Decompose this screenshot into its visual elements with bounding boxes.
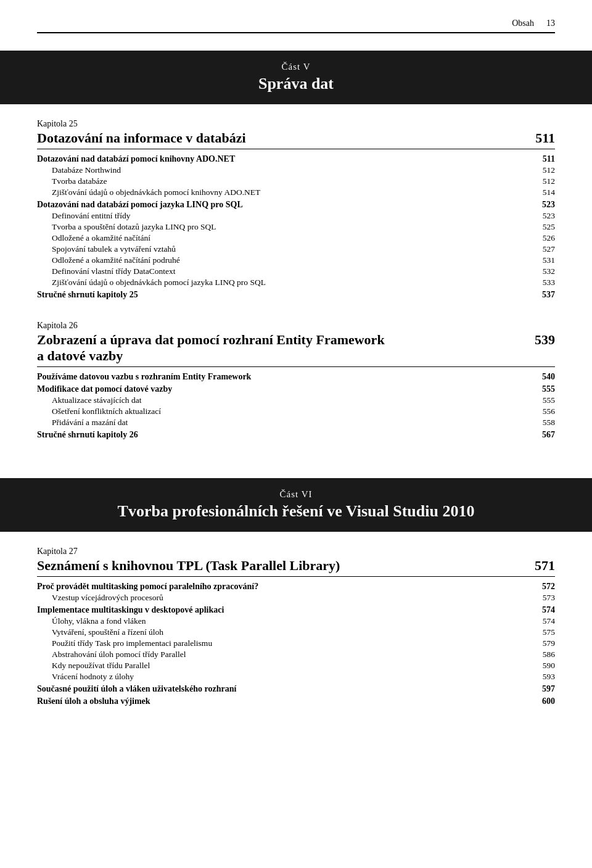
toc-entry-page: 586	[543, 650, 555, 659]
chapter25-title-row: Dotazování na informace v databázi 511	[37, 130, 555, 149]
toc-entry-text: Tvorba a spouštění dotazů jazyka LINQ pr…	[52, 222, 543, 232]
toc-entry-text: Zjišťování údajů o objednávkách pomocí k…	[52, 188, 543, 197]
chapter25-title: Dotazování na informace v databázi	[37, 130, 535, 146]
toc-entry-text: Úlohy, vlákna a fond vláken	[52, 616, 543, 626]
toc-entry-page: 527	[543, 244, 555, 254]
part5-header: Část V Správa dat	[0, 51, 592, 104]
toc-entry-text: Vzestup vícejádrových procesorů	[52, 593, 543, 603]
toc-entry-page: 531	[543, 255, 555, 265]
toc-entry-page: 590	[543, 661, 555, 671]
toc-entry-text: Proč provádět multitasking pomocí parale…	[37, 582, 542, 592]
part6-header: Část VI Tvorba profesionálních řešení ve…	[0, 478, 592, 532]
toc-entry-page: 555	[543, 395, 555, 405]
part6-title: Tvorba profesionálních řešení ve Visual …	[12, 502, 580, 521]
chapter27-label: Kapitola 27	[37, 547, 555, 556]
list-item: Přidávání a mazání dat558	[37, 418, 555, 428]
toc-entry-page: 514	[543, 188, 555, 197]
list-item: Zjišťování údajů o objednávkách pomocí j…	[37, 278, 555, 287]
list-item: Stručné shrnutí kapitoly 26567	[37, 430, 555, 440]
toc-entry-text: Abstrahování úloh pomocí třídy Parallel	[52, 650, 543, 659]
list-item: Odložené a okamžité načítání podruhé531	[37, 255, 555, 265]
list-item: Modifikace dat pomocí datové vazby555	[37, 384, 555, 394]
toc-entry-page: 567	[542, 430, 555, 440]
chapter25-toc: Dotazování nad databází pomocí knihovny …	[37, 154, 555, 300]
chapter27-title-row: Seznámení s knihovnou TPL (Task Parallel…	[37, 558, 555, 577]
toc-entry-text: Používáme datovou vazbu s rozhraním Enti…	[37, 372, 542, 382]
list-item: Současné použití úloh a vláken uživatels…	[37, 684, 555, 694]
part6-label: Část VI	[12, 489, 580, 500]
toc-entry-page: 537	[542, 290, 555, 300]
list-item: Použití třídy Task pro implementaci para…	[37, 639, 555, 648]
chapter26-label: Kapitola 26	[37, 321, 555, 331]
toc-entry-page: 526	[543, 233, 555, 243]
toc-entry-page: 575	[543, 627, 555, 637]
list-item: Dotazování nad databází pomocí knihovny …	[37, 154, 555, 164]
list-item: Odložené a okamžité načítání526	[37, 233, 555, 243]
list-item: Aktualizace stávajících dat555	[37, 395, 555, 405]
toc-entry-page: 558	[543, 418, 555, 428]
toc-entry-page: 579	[543, 639, 555, 648]
chapter26-toc: Používáme datovou vazbu s rozhraním Enti…	[37, 372, 555, 440]
list-item: Vytváření, spouštění a řízení úloh575	[37, 627, 555, 637]
list-item: Definování entitní třídy523	[37, 211, 555, 221]
toc-entry-text: Spojování tabulek a vytváření vztahů	[52, 244, 543, 254]
part5-title: Správa dat	[12, 75, 580, 93]
toc-entry-text: Stručné shrnutí kapitoly 25	[37, 290, 542, 300]
chapter26-title: Zobrazení a úprava dat pomocí rozhraní E…	[37, 332, 535, 364]
toc-entry-text: Definování vlastní třídy DataContext	[52, 267, 543, 276]
chapter26-page: 539	[535, 332, 555, 348]
list-item: Zjišťování údajů o objednávkách pomocí k…	[37, 188, 555, 197]
toc-entry-text: Odložené a okamžité načítání	[52, 233, 543, 243]
toc-entry-text: Kdy nepoužívat třídu Parallel	[52, 661, 543, 671]
list-item: Dotazování nad databází pomocí jazyka LI…	[37, 200, 555, 210]
list-item: Databáze Northwind512	[37, 165, 555, 175]
toc-entry-text: Dotazování nad databází pomocí jazyka LI…	[37, 200, 542, 210]
list-item: Kdy nepoužívat třídu Parallel590	[37, 661, 555, 671]
list-item: Vzestup vícejádrových procesorů573	[37, 593, 555, 603]
toc-entry-text: Přidávání a mazání dat	[52, 418, 543, 428]
toc-entry-text: Tvorba databáze	[52, 176, 543, 186]
header-title: Obsah	[512, 19, 534, 28]
toc-entry-page: 573	[543, 593, 555, 603]
list-item: Stručné shrnutí kapitoly 25537	[37, 290, 555, 300]
list-item: Implementace multitaskingu v desktopové …	[37, 605, 555, 615]
toc-entry-page: 540	[542, 372, 555, 382]
toc-entry-page: 600	[542, 696, 555, 706]
list-item: Rušení úloh a obsluha výjimek600	[37, 696, 555, 706]
toc-entry-text: Vytváření, spouštění a řízení úloh	[52, 627, 543, 637]
list-item: Tvorba databáze512	[37, 176, 555, 186]
toc-entry-text: Aktualizace stávajících dat	[52, 395, 543, 405]
toc-entry-page: 572	[542, 582, 555, 592]
list-item: Spojování tabulek a vytváření vztahů527	[37, 244, 555, 254]
toc-entry-page: 525	[543, 222, 555, 232]
toc-entry-text: Vrácení hodnoty z úlohy	[52, 672, 543, 682]
chapter26-title-row: Zobrazení a úprava dat pomocí rozhraní E…	[37, 332, 555, 367]
list-item: Proč provádět multitasking pomocí parale…	[37, 582, 555, 592]
toc-entry-text: Modifikace dat pomocí datové vazby	[37, 384, 542, 394]
toc-entry-text: Implementace multitaskingu v desktopové …	[37, 605, 542, 615]
list-item: Abstrahování úloh pomocí třídy Parallel5…	[37, 650, 555, 659]
toc-entry-page: 512	[543, 176, 555, 186]
list-item: Úlohy, vlákna a fond vláken574	[37, 616, 555, 626]
toc-entry-page: 574	[543, 616, 555, 626]
part5-label: Část V	[12, 62, 580, 72]
toc-entry-page: 555	[542, 384, 555, 394]
toc-entry-text: Rušení úloh a obsluha výjimek	[37, 696, 542, 706]
toc-entry-page: 597	[542, 684, 555, 694]
toc-entry-text: Dotazování nad databází pomocí knihovny …	[37, 154, 543, 164]
chapter27-title: Seznámení s knihovnou TPL (Task Parallel…	[37, 558, 535, 574]
toc-entry-text: Zjišťování údajů o objednávkách pomocí j…	[52, 278, 543, 287]
toc-entry-page: 593	[543, 672, 555, 682]
toc-entry-text: Ošetření konfliktních aktualizací	[52, 407, 543, 416]
list-item: Vrácení hodnoty z úlohy593	[37, 672, 555, 682]
chapter27-page: 571	[535, 558, 555, 574]
toc-entry-page: 512	[543, 165, 555, 175]
page-header: Obsah 13	[37, 19, 555, 33]
list-item: Tvorba a spouštění dotazů jazyka LINQ pr…	[37, 222, 555, 232]
list-item: Používáme datovou vazbu s rozhraním Enti…	[37, 372, 555, 382]
chapter27-toc: Proč provádět multitasking pomocí parale…	[37, 582, 555, 706]
toc-entry-text: Použití třídy Task pro implementaci para…	[52, 639, 543, 648]
toc-entry-page: 556	[543, 407, 555, 416]
chapter25-page: 511	[535, 130, 555, 146]
chapter25-label: Kapitola 25	[37, 119, 555, 129]
